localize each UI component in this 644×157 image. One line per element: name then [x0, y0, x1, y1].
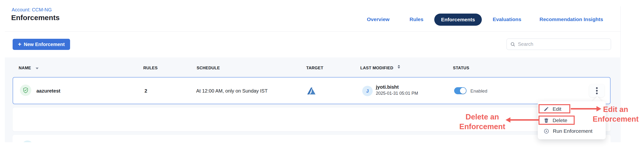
search-box[interactable]: [506, 38, 611, 50]
column-header-last-modified[interactable]: LAST MODIFIED: [360, 66, 393, 70]
column-header-name[interactable]: NAME: [19, 66, 31, 70]
enforcement-type-badge: [20, 84, 31, 96]
table-row[interactable]: aazuretest 2 At 12:00 AM, only on Sunday…: [12, 77, 610, 104]
toggle-knob: [460, 88, 466, 94]
modified-at: 2025-01-31 05:01 PM: [376, 91, 418, 96]
sort-toggle-icon[interactable]: [398, 65, 400, 68]
column-header-target: TARGET: [306, 66, 323, 70]
play-circle-icon: [544, 128, 549, 134]
column-header-schedule: SCHEDULE: [197, 66, 220, 70]
tab-evaluations[interactable]: Evaluations: [493, 16, 521, 22]
new-enforcement-button-label: New Enforcement: [24, 42, 65, 47]
tab-recommendation-insights[interactable]: Recommendation Insights: [540, 16, 603, 22]
page-title: Enforcements: [11, 14, 60, 22]
search-input[interactable]: [518, 42, 608, 47]
enforcement-type-badge: [22, 140, 33, 142]
delete-arrow: [510, 119, 538, 121]
menu-item-run-label: Run Enforcement: [553, 128, 592, 134]
edit-annotation-text: Edit an Enforcement: [591, 105, 640, 124]
delete-annotation-text: Delete an Enforcement: [458, 112, 507, 132]
column-header-status: STATUS: [453, 66, 469, 70]
menu-item-run-enforcement[interactable]: Run Enforcement: [544, 128, 592, 135]
avatar: J: [362, 86, 373, 96]
header-divider: [5, 32, 621, 32]
plus-icon: +: [18, 42, 21, 47]
modified-by: jyoti.bisht: [376, 84, 418, 90]
last-modified-cell: jyoti.bisht 2025-01-31 05:01 PM: [376, 84, 418, 96]
azure-icon: [307, 88, 316, 96]
search-icon: [510, 42, 516, 47]
sort-descending-icon[interactable]: [36, 68, 38, 69]
tab-overview[interactable]: Overview: [367, 16, 390, 22]
row-actions-kebab-button[interactable]: [589, 84, 604, 97]
row-name[interactable]: aazuretest: [36, 88, 60, 94]
delete-highlight-box: [538, 116, 575, 125]
tab-rules[interactable]: Rules: [410, 16, 423, 22]
status-label: Enabled: [470, 88, 487, 94]
row-rules-count: 2: [144, 88, 147, 94]
tab-enforcements-active[interactable]: Enforcements: [434, 14, 482, 26]
shield-check-icon: [22, 87, 29, 94]
account-breadcrumb-link[interactable]: Account: CCM-NG: [12, 7, 52, 12]
edit-highlight-box: [538, 104, 570, 114]
new-enforcement-button[interactable]: + New Enforcement: [12, 39, 70, 50]
enforcements-page: Account: CCM-NG Enforcements Overview Ru…: [0, 0, 644, 157]
column-header-rules: RULES: [143, 66, 158, 70]
row-schedule: At 12:00 AM, only on Sunday IST: [196, 88, 268, 94]
kebab-icon: [596, 87, 598, 89]
table-row[interactable]: [12, 135, 610, 142]
status-toggle[interactable]: [454, 87, 466, 94]
